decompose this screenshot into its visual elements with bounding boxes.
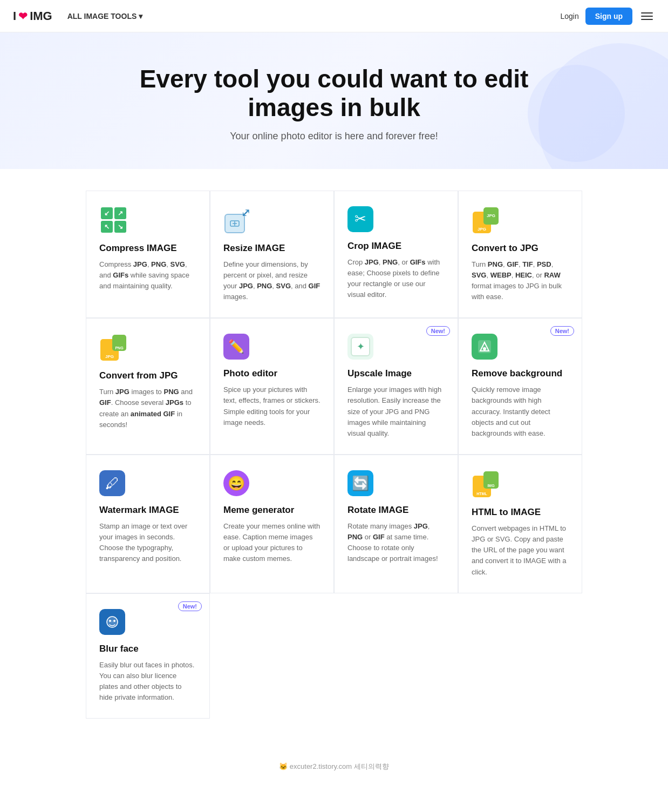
tool-title: Crop IMAGE (347, 241, 445, 252)
all-tools-label: ALL IMAGE TOOLS (67, 12, 137, 21)
new-badge: New! (178, 601, 202, 611)
tool-title: Convert to JPG (472, 243, 569, 254)
hero-section: Every tool you could want to edit images… (0, 32, 668, 169)
chevron-down-icon: ▾ (139, 12, 142, 21)
tool-description: Crop JPG, PNG, or GIFs with ease; Choose… (347, 257, 445, 301)
tool-card-compress[interactable]: ↙ ↗ ↖ ↘ Compress IMAGE Compress JPG, PNG… (86, 191, 210, 319)
tool-description: Create your memes online with ease. Capt… (223, 521, 321, 565)
tool-title: Remove background (472, 368, 569, 379)
tool-card-html-to-image[interactable]: HTML IMG HTML to IMAGE Convert webpages … (458, 455, 582, 593)
tool-description: Stamp an image or text over your images … (99, 521, 196, 565)
tool-title: Upscale Image (347, 368, 445, 379)
from-jpg-icon: JPG PNG (99, 334, 127, 362)
nav-right: Login Sign up (560, 8, 655, 25)
tool-description: Compress JPG, PNG, SVG, and GIFs while s… (99, 259, 196, 292)
logo-icon: I (13, 9, 16, 23)
tool-description: Enlarge your images with high resolution… (347, 384, 445, 439)
compress-icon: ↙ ↗ ↖ ↘ (99, 206, 127, 234)
logo-text: IMG (30, 9, 52, 23)
tool-description: Rotate many images JPG, PNG or GIF at sa… (347, 521, 445, 565)
all-tools-button[interactable]: ALL IMAGE TOOLS ▾ (63, 10, 147, 23)
nav-left: I❤IMG ALL IMAGE TOOLS ▾ (13, 9, 147, 23)
tool-title: Convert from JPG (99, 370, 196, 381)
tool-card-meme[interactable]: 😄 Meme generator Create your memes onlin… (210, 455, 334, 593)
svg-text:???: ??? (109, 620, 115, 624)
new-badge: New! (550, 326, 574, 336)
tool-card-remove-bg[interactable]: New! Remove background Quickly remove im… (458, 318, 582, 455)
tool-card-convert-to-jpg[interactable]: JPG JPG Convert to JPG Turn PNG, GIF, TI… (458, 191, 582, 319)
tool-description: Spice up your pictures with text, effect… (223, 384, 321, 428)
tool-card-crop[interactable]: ✂ Crop IMAGE Crop JPG, PNG, or GIFs with… (334, 191, 458, 319)
logo[interactable]: I❤IMG (13, 9, 52, 23)
tool-card-rotate[interactable]: 🔄 Rotate IMAGE Rotate many images JPG, P… (334, 455, 458, 593)
tool-description: Turn PNG, GIF, TIF, PSD, SVG, WEBP, HEIC… (472, 259, 569, 303)
resize-icon: ⤢ (223, 206, 251, 234)
tool-title: Blur face (99, 644, 196, 654)
tool-card-resize[interactable]: ⤢ Resize IMAGE Define your dimensions, b… (210, 191, 334, 319)
hero-title: Every tool you could want to edit images… (118, 65, 550, 122)
menu-line-3 (641, 19, 653, 20)
tool-description: Turn JPG images to PNG and GIF. Choose s… (99, 387, 196, 430)
tool-description: Define your dimensions, by percent or pi… (223, 259, 321, 303)
svg-point-4 (483, 347, 486, 350)
tool-title: HTML to IMAGE (472, 507, 569, 518)
new-badge: New! (426, 326, 450, 336)
photo-editor-icon: ✏️ (223, 334, 249, 360)
tool-title: Photo editor (223, 368, 321, 379)
tool-title: Rotate IMAGE (347, 505, 445, 516)
menu-line-1 (641, 12, 653, 13)
tool-card-watermark[interactable]: 🖊 Watermark IMAGE Stamp an image or text… (86, 455, 210, 593)
meme-generator-icon: 😄 (223, 470, 249, 496)
rotate-icon: 🔄 (347, 470, 373, 496)
tool-card-blur-face[interactable]: New! ??? Blur face Easily blur out faces… (86, 593, 210, 719)
blur-face-icon: ??? (99, 609, 125, 635)
logo-heart: ❤ (18, 10, 28, 23)
tool-description: Quickly remove image backgrounds with hi… (472, 384, 569, 439)
html-to-image-icon: HTML IMG (472, 470, 500, 498)
tool-title: Meme generator (223, 505, 321, 516)
footer-watermark: 🐱 excuter2.tistory.com 세티의력향 (0, 751, 668, 782)
hero-subtitle: Your online photo editor is here and for… (13, 131, 655, 142)
tool-title: Resize IMAGE (223, 243, 321, 254)
tool-description: Convert webpages in HTML to JPG or SVG. … (472, 523, 569, 578)
to-jpg-icon: JPG JPG (472, 206, 500, 234)
remove-background-icon (472, 334, 497, 360)
login-button[interactable]: Login (560, 12, 578, 21)
upscale-icon: ✦ (347, 334, 373, 360)
crop-icon: ✂ (347, 206, 373, 232)
tool-card-convert-from-jpg[interactable]: JPG PNG Convert from JPG Turn JPG images… (86, 318, 210, 455)
tool-title: Compress IMAGE (99, 243, 196, 254)
tool-card-upscale[interactable]: New! ✦ Upscale Image Enlarge your images… (334, 318, 458, 455)
watermark-icon: 🖊 (99, 470, 125, 496)
signup-button[interactable]: Sign up (585, 8, 632, 25)
tools-grid: ↙ ↗ ↖ ↘ Compress IMAGE Compress JPG, PNG… (75, 191, 593, 719)
tool-description: Easily blur out faces in photos. You can… (99, 660, 196, 703)
tool-title: Watermark IMAGE (99, 505, 196, 516)
menu-line-2 (641, 16, 653, 17)
tool-card-photo-editor[interactable]: ✏️ Photo editor Spice up your pictures w… (210, 318, 334, 455)
navbar: I❤IMG ALL IMAGE TOOLS ▾ Login Sign up (0, 0, 668, 32)
hamburger-menu-button[interactable] (639, 10, 655, 22)
